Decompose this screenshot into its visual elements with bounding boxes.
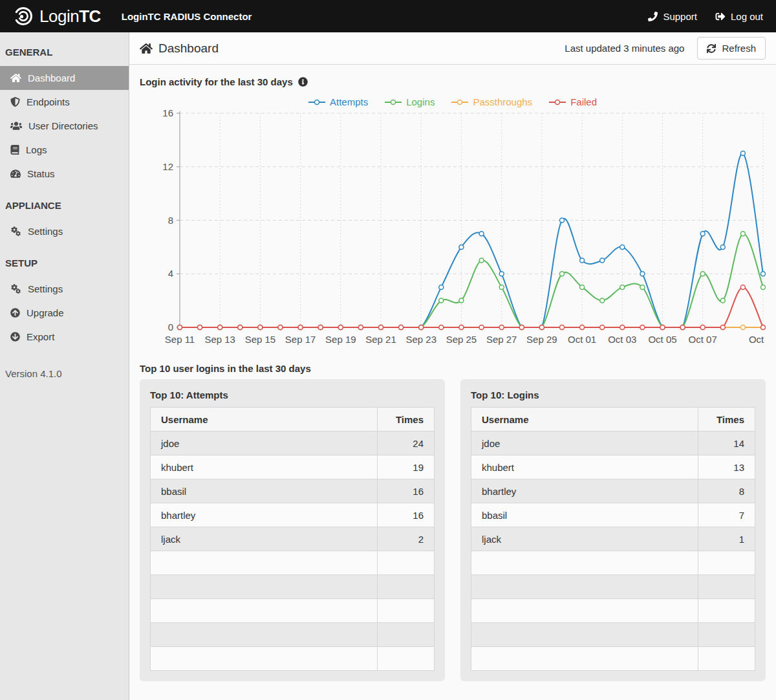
support-link[interactable]: Support (648, 11, 697, 22)
series-marker-attempts (439, 285, 444, 289)
series-marker-logins (499, 285, 504, 289)
table-row: khubert13 (471, 455, 755, 479)
series-marker-logins (459, 298, 464, 303)
sidebar-item-endpoints[interactable]: Endpoints (0, 90, 129, 114)
x-tick-label: Sep 13 (204, 334, 235, 345)
series-marker-logins (720, 298, 725, 303)
refresh-button[interactable]: Refresh (697, 37, 766, 60)
x-tick-label: Sep 23 (405, 334, 436, 345)
username-cell: bhartley (471, 479, 698, 503)
x-tick-label: Sep 21 (365, 334, 396, 345)
times-cell: 1 (698, 527, 755, 551)
brand-text: LoginTC (39, 6, 101, 27)
username-cell: ljack (151, 527, 378, 551)
sidebar-item-setup-settings[interactable]: Settings (0, 277, 129, 301)
sidebar-item-export[interactable]: Export (0, 325, 129, 349)
series-marker-logins (700, 272, 705, 276)
x-tick-label: Sep 29 (526, 334, 557, 345)
sidebar-item-status[interactable]: Status (0, 162, 129, 186)
times-column-header: Times (378, 408, 435, 432)
sidebar-item-appliance-settings[interactable]: Settings (0, 219, 129, 243)
table-header-row: Username Times (151, 408, 435, 432)
table-row-empty (471, 575, 755, 599)
legend-marker-icon (308, 99, 325, 105)
series-marker-failed (379, 325, 383, 330)
legend-marker-icon (451, 99, 468, 105)
series-marker-failed (439, 325, 444, 330)
legend-label: Logins (406, 96, 435, 107)
sign-out-icon (715, 12, 726, 21)
series-marker-attempts (560, 218, 565, 223)
series-marker-attempts (761, 272, 766, 276)
x-tick-label: Sep 25 (446, 334, 477, 345)
legend-item-passthroughs[interactable]: Passthroughs (451, 96, 532, 107)
username-cell: ljack (471, 527, 698, 551)
series-marker-attempts (700, 232, 705, 236)
logintc-logo[interactable]: LoginTC (13, 6, 101, 27)
series-marker-failed (560, 325, 565, 330)
username-cell: khubert (151, 455, 378, 479)
series-marker-failed (499, 325, 504, 330)
top10-attempts-table: Username Times jdoe24 khubert19 bbasil16… (150, 407, 435, 671)
x-tick-label: Oct 01 (568, 334, 596, 345)
series-marker-attempts (459, 245, 464, 249)
sidebar-item-user-directories[interactable]: User Directories (0, 114, 129, 138)
info-icon[interactable] (298, 77, 308, 87)
series-marker-attempts (499, 272, 504, 276)
cogs-icon (10, 226, 21, 236)
top10-logins-panel: Top 10: Logins Username Times jdoe14 khu… (460, 379, 766, 681)
series-marker-failed (519, 325, 524, 330)
legend-marker-icon (385, 99, 402, 105)
series-marker-attempts (740, 151, 745, 156)
series-marker-logins (620, 285, 625, 289)
username-cell: bbasil (471, 503, 698, 527)
sidebar-item-upgrade[interactable]: Upgrade (0, 301, 129, 325)
series-marker-attempts (640, 272, 645, 276)
series-marker-logins (761, 285, 766, 289)
x-tick-label: Sep 11 (165, 334, 195, 345)
chart-section-title: Login activity for the last 30 days (140, 76, 766, 87)
series-marker-failed (700, 325, 705, 330)
users-icon (10, 121, 22, 131)
sidebar-item-dashboard[interactable]: Dashboard (0, 66, 129, 90)
series-marker-failed (479, 325, 484, 330)
series-marker-failed (338, 325, 343, 330)
table-row-empty (471, 599, 755, 623)
page-header: Dashboard Last updated 3 minutes ago Ref… (129, 32, 776, 65)
legend-item-failed[interactable]: Failed (549, 96, 597, 107)
panel-title-attempts: Top 10: Attempts (150, 389, 435, 400)
series-marker-failed (660, 325, 665, 330)
series-marker-failed (459, 325, 464, 330)
sidebar-item-logs[interactable]: Logs (0, 138, 129, 162)
legend-marker-icon (549, 99, 566, 105)
app-title: LoginTC RADIUS Connector (122, 11, 252, 22)
table-row-empty (471, 647, 755, 671)
shield-icon (10, 97, 20, 107)
series-marker-failed (358, 325, 363, 330)
series-marker-failed (600, 325, 605, 330)
logout-link[interactable]: Log out (715, 11, 763, 22)
top-navbar: LoginTC LoginTC RADIUS Connector Support… (0, 0, 776, 32)
series-marker-failed (399, 325, 404, 330)
times-cell: 13 (698, 455, 755, 479)
refresh-icon (707, 44, 716, 53)
y-tick-label: 4 (168, 268, 173, 279)
book-icon (10, 145, 19, 155)
series-marker-attempts (580, 258, 585, 263)
series-marker-failed (198, 325, 202, 330)
series-marker-failed (720, 325, 725, 330)
series-marker-failed (761, 325, 766, 330)
table-row: khubert19 (151, 455, 435, 479)
series-marker-failed (258, 325, 263, 330)
arrow-circle-up-icon (10, 308, 20, 318)
table-row-empty (151, 623, 435, 647)
legend-item-attempts[interactable]: Attempts (308, 96, 368, 107)
top10-attempts-panel: Top 10: Attempts Username Times jdoe24 k… (140, 379, 445, 681)
table-row-empty (471, 623, 755, 647)
panel-title-logins: Top 10: Logins (471, 389, 755, 400)
legend-item-logins[interactable]: Logins (385, 96, 435, 107)
sidebar: GENERAL Dashboard Endpoints User Directo… (0, 32, 129, 700)
version-label: Version 4.1.0 (0, 349, 129, 399)
chart-legend: AttemptsLoginsPassthroughsFailed (140, 96, 766, 107)
table-row-empty (151, 551, 435, 575)
